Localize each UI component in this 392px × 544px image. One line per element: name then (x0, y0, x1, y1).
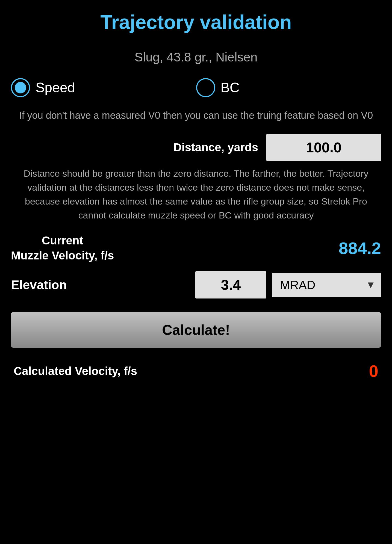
elevation-label: Elevation (11, 277, 67, 292)
muzzle-velocity-label: Current Muzzle Velocity, f/s (11, 233, 114, 263)
distance-label: Distance, yards (11, 141, 266, 154)
radio-bc-circle[interactable] (196, 78, 215, 97)
info-text: If you don't have a measured V0 then you… (11, 108, 381, 123)
unit-select[interactable]: MRAD MOA MIL Click (272, 273, 381, 297)
warning-text: Distance should be greater than the zero… (11, 167, 381, 222)
elevation-inputs: MRAD MOA MIL Click ▼ (195, 271, 381, 298)
result-row: Calculated Velocity, f/s 0 (11, 361, 381, 381)
radio-speed-option[interactable]: Speed (11, 78, 196, 97)
elevation-row: Elevation MRAD MOA MIL Click ▼ (11, 271, 381, 298)
unit-dropdown-wrapper: MRAD MOA MIL Click ▼ (272, 273, 381, 297)
radio-bc-label: BC (221, 80, 240, 96)
muzzle-velocity-row: Current Muzzle Velocity, f/s 884.2 (11, 233, 381, 263)
radio-speed-circle[interactable] (11, 78, 30, 97)
distance-row: Distance, yards (11, 134, 381, 161)
page-title: Trajectory validation (11, 11, 381, 33)
elevation-input[interactable] (195, 271, 266, 298)
calculate-button[interactable]: Calculate! (11, 312, 381, 348)
ammo-subtitle: Slug, 43.8 gr., Nielsen (11, 50, 381, 64)
radio-bc-option[interactable]: BC (196, 78, 381, 97)
muzzle-velocity-value: 884.2 (339, 238, 381, 258)
distance-input[interactable] (266, 134, 381, 161)
result-label: Calculated Velocity, f/s (14, 365, 137, 378)
result-value: 0 (369, 361, 378, 381)
radio-speed-label: Speed (36, 80, 75, 96)
radio-group: Speed BC (11, 78, 381, 97)
